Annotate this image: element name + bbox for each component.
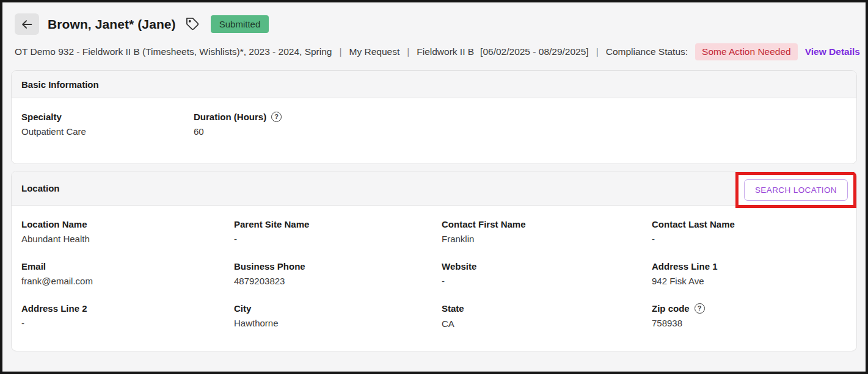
field-value: Hawthorne bbox=[234, 318, 442, 328]
request-type-text: My Request bbox=[349, 46, 399, 57]
field-value: Franklin bbox=[442, 234, 652, 244]
basic-information-header: Basic Information bbox=[12, 71, 856, 98]
field-value: 758938 bbox=[652, 318, 847, 328]
field-business-phone: Business Phone 4879203823 bbox=[234, 261, 442, 286]
field-contact-last-name: Contact Last Name - bbox=[652, 219, 847, 244]
location-fields: Location Name Abundant Health Parent Sit… bbox=[12, 206, 856, 351]
field-label: State bbox=[442, 303, 652, 314]
field-label: Location Name bbox=[21, 219, 234, 229]
field-website: Website - bbox=[442, 261, 652, 286]
location-section-title: Location bbox=[21, 183, 60, 193]
field-label: Business Phone bbox=[234, 261, 442, 272]
program-text: OT Demo 932 - Fieldwork II B (Timesheets… bbox=[15, 46, 332, 57]
help-icon[interactable]: ? bbox=[271, 112, 282, 122]
field-label: Specialty bbox=[21, 112, 194, 122]
separator: | bbox=[339, 46, 341, 57]
field-value: Abundant Health bbox=[21, 234, 234, 244]
field-label: Contact First Name bbox=[442, 219, 652, 229]
field-label: City bbox=[234, 303, 442, 314]
title-row: Brown, Janet* (Jane) Submitted bbox=[15, 13, 853, 35]
field-value: - bbox=[21, 318, 234, 328]
compliance-status-label: Compliance Status: bbox=[606, 46, 688, 57]
field-label: Address Line 1 bbox=[652, 261, 847, 272]
help-icon[interactable]: ? bbox=[695, 303, 705, 314]
status-badge: Submitted bbox=[211, 15, 269, 33]
field-label: Contact Last Name bbox=[652, 219, 847, 229]
field-value: CA bbox=[442, 318, 652, 329]
field-value: 4879203823 bbox=[234, 276, 442, 286]
field-location-name: Location Name Abundant Health bbox=[21, 219, 234, 244]
separator: | bbox=[596, 46, 599, 57]
field-zip-code: Zip code ? 758938 bbox=[652, 303, 847, 329]
field-label: Address Line 2 bbox=[21, 303, 234, 314]
field-specialty: Specialty Outpatient Care bbox=[21, 112, 194, 137]
field-label: Duration (Hours) ? bbox=[194, 112, 847, 122]
location-header: Location SEARCH LOCATION bbox=[12, 171, 856, 206]
search-location-button[interactable]: SEARCH LOCATION bbox=[744, 179, 848, 201]
tag-icon[interactable] bbox=[186, 17, 200, 31]
basic-information-fields: Specialty Outpatient Care Duration (Hour… bbox=[12, 98, 856, 164]
field-address-line-2: Address Line 2 - bbox=[21, 303, 234, 329]
separator: | bbox=[407, 46, 409, 57]
date-range-text: [06/02/2025 - 08/29/2025] bbox=[480, 46, 589, 57]
field-contact-first-name: Contact First Name Franklin bbox=[442, 219, 652, 244]
location-section: Location SEARCH LOCATION Location Name A… bbox=[11, 171, 857, 351]
field-value: Outpatient Care bbox=[21, 126, 194, 137]
field-value: frank@email.com bbox=[21, 276, 234, 286]
field-duration-hours: Duration (Hours) ? 60 bbox=[194, 112, 847, 137]
field-label: Website bbox=[442, 261, 652, 272]
field-value: 60 bbox=[194, 126, 847, 137]
compliance-status-badge: Some Action Needed bbox=[695, 43, 798, 60]
breadcrumb: OT Demo 932 - Fieldwork II B (Timesheets… bbox=[15, 43, 853, 60]
field-label-text: Duration (Hours) bbox=[194, 112, 266, 122]
view-details-link[interactable]: View Details bbox=[805, 46, 860, 57]
field-label: Email bbox=[21, 261, 234, 272]
field-label-text: Zip code bbox=[652, 303, 690, 314]
course-text: Fieldwork II B bbox=[417, 46, 474, 57]
field-city: City Hawthorne bbox=[234, 303, 442, 329]
field-value: - bbox=[652, 234, 847, 244]
field-email: Email frank@email.com bbox=[21, 261, 234, 286]
annotation-highlight: SEARCH LOCATION bbox=[735, 172, 856, 208]
back-button[interactable] bbox=[15, 13, 39, 35]
arrow-left-icon bbox=[20, 18, 34, 31]
basic-information-section: Basic Information Specialty Outpatient C… bbox=[11, 70, 857, 164]
field-value: - bbox=[442, 276, 652, 286]
field-value: - bbox=[234, 234, 442, 244]
page-title: Brown, Janet* (Jane) bbox=[48, 17, 176, 32]
field-address-line-1: Address Line 1 942 Fisk Ave bbox=[652, 261, 847, 286]
field-state: State CA bbox=[442, 303, 652, 329]
page-header: Brown, Janet* (Jane) Submitted OT Demo 9… bbox=[2, 2, 866, 60]
field-label: Parent Site Name bbox=[234, 219, 442, 229]
field-label: Zip code ? bbox=[652, 303, 847, 314]
field-value: 942 Fisk Ave bbox=[652, 276, 847, 286]
field-parent-site-name: Parent Site Name - bbox=[234, 219, 442, 244]
